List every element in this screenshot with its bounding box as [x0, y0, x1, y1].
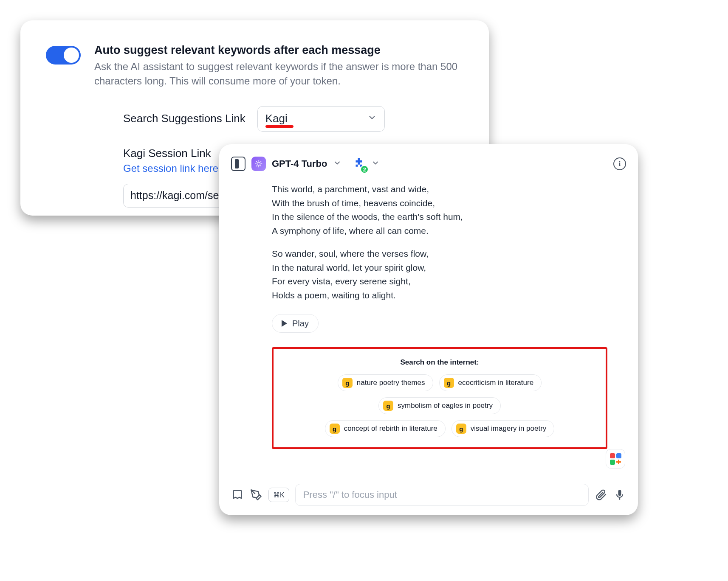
setting-description: Ask the AI assistant to suggest relevant…	[94, 59, 463, 88]
search-suggestions-row: Search Suggestions Link Kagi	[123, 106, 463, 132]
chat-input[interactable]	[295, 484, 589, 506]
search-suggestions-value: Kagi	[265, 112, 288, 125]
kagi-icon: g	[383, 401, 393, 411]
auto-suggest-toggle[interactable]	[46, 46, 81, 65]
kagi-icon: g	[342, 378, 353, 388]
play-icon	[282, 320, 287, 327]
library-icon[interactable]	[231, 488, 244, 501]
poem-line: In the silence of the woods, the earth's…	[272, 210, 603, 224]
chat-input-bar: ⌘K	[231, 484, 626, 506]
svg-rect-1	[619, 498, 620, 500]
play-button[interactable]: Play	[272, 314, 319, 333]
search-suggestions-select[interactable]: Kagi	[257, 106, 385, 132]
play-label: Play	[292, 319, 309, 328]
chat-panel: GPT-4 Turbo 2 i This world, a parchment,…	[219, 144, 638, 515]
poem-line: A symphony of life, where all can come.	[272, 224, 603, 238]
search-suggestions-box: Search on the internet: gnature poetry t…	[272, 347, 607, 449]
poem-line: So wander, soul, where the verses flow,	[272, 247, 603, 261]
plugin-chevron-icon[interactable]	[371, 159, 380, 169]
kagi-icon: g	[456, 424, 466, 434]
plugin-count-badge: 2	[360, 165, 369, 174]
poem-line: With the brush of time, heavens coincide…	[272, 196, 603, 211]
pen-icon[interactable]	[250, 488, 262, 501]
apps-button[interactable]	[606, 449, 625, 469]
poem-line: This world, a parchment, vast and wide,	[272, 182, 603, 196]
assistant-message: This world, a parchment, vast and wide, …	[272, 182, 603, 449]
chevron-down-icon	[367, 112, 377, 125]
search-pill[interactable]: gnature poetry themes	[338, 374, 433, 391]
setting-title: Auto suggest relevant keywords after eac…	[94, 42, 463, 58]
search-suggestions-label: Search Suggestions Link	[123, 112, 245, 125]
poem-line: Holds a poem, waiting to alight.	[272, 289, 603, 303]
openai-logo-icon	[251, 157, 266, 171]
info-icon[interactable]: i	[613, 157, 626, 170]
search-suggestions-title: Search on the internet:	[281, 358, 598, 367]
kagi-icon: g	[330, 424, 340, 434]
poem-line: In the natural world, let your spirit gl…	[272, 261, 603, 275]
kagi-icon: g	[444, 378, 454, 388]
search-pill[interactable]: gconcept of rebirth in literature	[325, 420, 446, 437]
setting-auto-suggest: Auto suggest relevant keywords after eac…	[46, 42, 463, 88]
svg-point-0	[257, 162, 260, 165]
search-pill[interactable]: gecocriticism in literature	[439, 374, 542, 391]
sidebar-toggle-icon[interactable]	[231, 157, 245, 171]
chat-header: GPT-4 Turbo 2 i	[231, 154, 626, 174]
search-pill[interactable]: gsymbolism of eagles in poetry	[378, 397, 501, 414]
microphone-icon[interactable]	[613, 488, 626, 501]
poem-line: For every vista, every serene sight,	[272, 275, 603, 289]
model-chevron-icon[interactable]	[333, 159, 341, 169]
apps-grid-icon	[610, 453, 621, 465]
attachment-icon[interactable]	[595, 488, 607, 501]
plugins-button[interactable]: 2	[353, 157, 365, 171]
shortcut-hint[interactable]: ⌘K	[268, 488, 289, 502]
search-pill[interactable]: gvisual imagery in poetry	[451, 420, 555, 437]
model-name: GPT-4 Turbo	[272, 158, 327, 169]
